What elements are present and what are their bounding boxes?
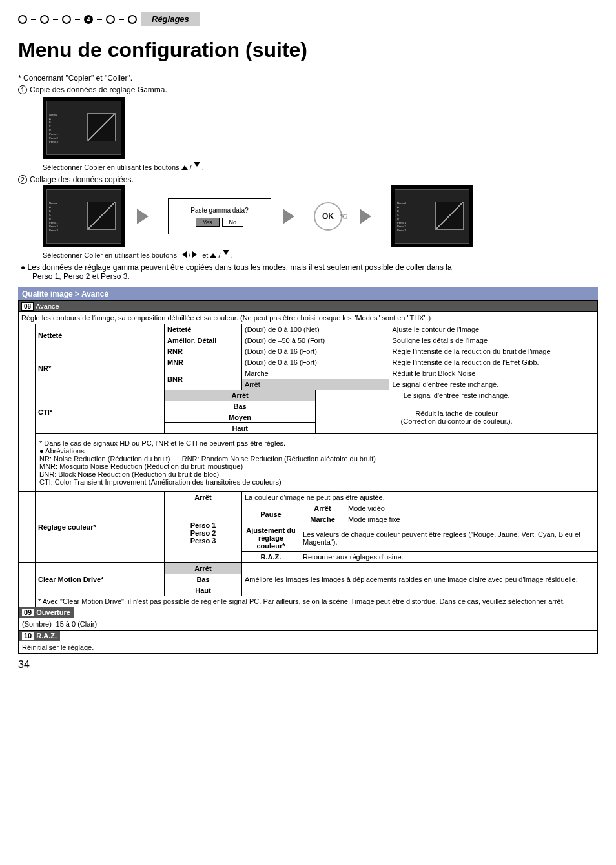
paste-flow: NormalABCDPerso 1Perso 2Perso 3 Paste ga… (43, 185, 598, 247)
down-icon (223, 250, 229, 258)
cmd-note: * Avec "Clear Motion Drive", il n'est pa… (36, 596, 598, 607)
intro-note: * Concernant "Copier" et "Coller". (18, 74, 598, 83)
ok-button[interactable]: OK (314, 202, 342, 231)
arrow-icon (283, 209, 302, 224)
step-2: 2Collage des données copiées. (18, 175, 598, 184)
up-icon (210, 250, 216, 258)
step-1: 1Copie des données de réglage Gamma. (18, 85, 598, 94)
row-nettete: Netteté (36, 324, 165, 346)
caption-1: Sélectionner Copier en utilisant les bou… (43, 162, 598, 171)
row-ouverture: 09Ouverture (18, 607, 598, 618)
row-raz: 10R.A.Z. (18, 631, 598, 641)
tab-label: Réglages (141, 12, 200, 26)
settings-table: 08Avancé Règle les contours de l'image, … (18, 300, 598, 492)
up-icon (181, 162, 188, 170)
row-cti: CTI* (36, 390, 165, 434)
row-nr: NR* (36, 346, 165, 390)
arrow-icon (360, 209, 379, 224)
step-dot-4: 4 (84, 15, 93, 24)
caption-2: Sélectionner Coller en utilisant les bou… (43, 250, 598, 259)
step-dot-5 (106, 15, 115, 24)
left-icon (179, 251, 187, 258)
cmd-table: Clear Motion Drive* Arrêt Améliore les i… (18, 563, 598, 607)
row-cmd: Clear Motion Drive* (36, 563, 165, 596)
gamma-screenshot-1: NormalABCDPerso 1Perso 2Perso 3 (43, 97, 125, 159)
gamma-screenshot-3: NormalABCDPerso 1Perso 2Perso 3 (391, 185, 473, 247)
gamma-screenshot-2: NormalABCDPerso 1Perso 2Perso 3 (43, 185, 125, 247)
arrow-icon (137, 209, 156, 224)
yes-button[interactable]: Yes (196, 218, 220, 227)
paste-dialog: Paste gamma data? Yes No (168, 198, 271, 234)
page-number: 34 (18, 659, 598, 671)
raz-desc: Réinitialiser le réglage. (18, 641, 598, 654)
step-header: 4 Réglages (18, 12, 598, 26)
no-button[interactable]: No (222, 218, 244, 227)
step-dot-1 (18, 15, 27, 24)
reglage-couleur-table: Réglage couleur* Arrêt La couleur d'imag… (18, 492, 598, 563)
row-reglage-couleur: Réglage couleur* (36, 492, 165, 563)
step-dot-2 (40, 15, 49, 24)
section-header: Qualité image > Avancé (18, 287, 598, 300)
page-title: Menu de configuration (suite) (18, 38, 598, 62)
hand-icon: ☜ (340, 211, 348, 222)
step-dot-6 (128, 15, 137, 24)
right-icon (192, 251, 200, 258)
down-icon (194, 162, 200, 170)
abbreviations-note: * Dans le cas de signaux HD ou PC, l'NR … (36, 434, 598, 492)
step-dot-3 (62, 15, 71, 24)
ouverture-desc: (Sombre) -15 à 0 (Clair) (18, 618, 598, 631)
copy-note: ● Les données de réglage gamma peuvent ê… (21, 263, 598, 281)
